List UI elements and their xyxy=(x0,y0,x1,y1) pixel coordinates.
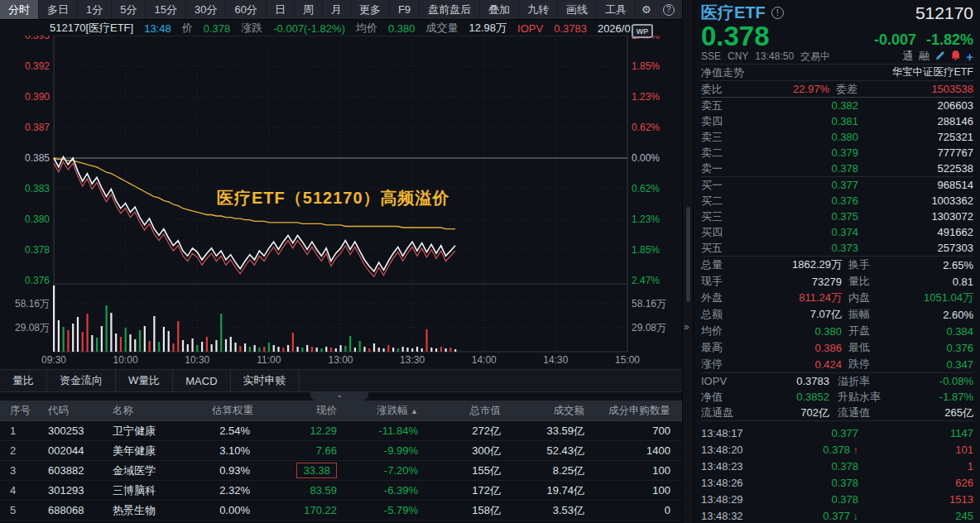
tick-row-6[interactable]: 13:48:320.377 ↓245 xyxy=(701,507,973,523)
tab-4[interactable]: MACD xyxy=(173,370,230,391)
toolbar-tool-2[interactable]: 盘前盘后 xyxy=(420,0,480,19)
tick-up-arrow-icon: ↑ xyxy=(850,444,858,456)
tick-price: 0.378 xyxy=(766,460,858,473)
tool-buttons: F9盘前盘后叠加九转画线工具 xyxy=(390,0,636,19)
bid-label: 买四 xyxy=(701,225,751,240)
col-header-2[interactable]: 代码 xyxy=(38,404,103,418)
indicator-tabbar: 量比资金流向W量比MACD实时申赎 xyxy=(0,369,682,392)
iopv-label: 流通值 xyxy=(829,405,908,420)
help-icon[interactable]: ? xyxy=(657,0,680,19)
col-header-3[interactable]: 名称 xyxy=(103,404,202,418)
cell-r3-c4: 0.93% xyxy=(202,464,260,477)
x-axis-label: 10:00 xyxy=(113,354,138,366)
tab-3[interactable]: W量比 xyxy=(116,370,173,391)
bid-row-5: 买五0.373257303 xyxy=(701,240,973,256)
expand-panel-icon[interactable]: » xyxy=(684,321,689,333)
ask-volume: 725321 xyxy=(858,131,973,143)
tick-row-1[interactable]: 13:48:170.3771147 xyxy=(701,425,973,441)
col-header-8[interactable]: 成交额 xyxy=(511,404,594,418)
collapse-handle[interactable]: ⌄ xyxy=(310,392,368,401)
cell-r1-c5: 12.29 xyxy=(260,425,347,437)
toolbar-period-5[interactable]: 15分 xyxy=(146,0,185,19)
intraday-chart[interactable]: 09:3010:0010:3011:0013:0013:3014:0014:30… xyxy=(0,36,682,367)
toolbar-period-4[interactable]: 5分 xyxy=(112,0,146,19)
volume-axis-label: 58.16万 xyxy=(632,298,666,309)
ask-price: 0.381 xyxy=(751,115,858,127)
quote-panel: 医疗ETF ! 512170 0.378 -0.007 -1.82% SSE C… xyxy=(694,0,980,523)
add-watchlist-icon[interactable]: + xyxy=(966,50,973,64)
toolbar-period-8[interactable]: 日 xyxy=(267,0,295,19)
col-header-5[interactable]: 现价 xyxy=(260,404,347,418)
stat-label: 涨停 xyxy=(701,357,747,372)
col-header-9[interactable]: 成分申购数量 xyxy=(594,404,680,418)
toolbar-tool-6[interactable]: 工具 xyxy=(597,0,636,19)
table-row[interactable]: 3603882金域医学0.93%33.38-7.20%155亿8.25亿100 xyxy=(0,461,682,481)
help-question-glyph: ? xyxy=(663,4,675,16)
toolbar-period-6[interactable]: 30分 xyxy=(186,0,226,19)
weicha-label: 委差 xyxy=(829,82,875,97)
stat-row-7: 涨停0.424跌停0.347 xyxy=(701,356,973,372)
toolbar-tool-4[interactable]: 九转 xyxy=(519,0,558,19)
chart-header-field-4: 0.378 xyxy=(204,22,231,35)
iopv-value: 0.3783 xyxy=(759,375,829,387)
tab-5[interactable]: 实时申赎 xyxy=(231,370,300,391)
toolbar-period-10[interactable]: 月 xyxy=(323,0,351,19)
cell-r4-c6: -6.39% xyxy=(347,484,428,497)
bid-row-1: 买一0.377968514 xyxy=(701,177,973,193)
cell-r5-c3: 热景生物 xyxy=(103,503,202,518)
settings-gear-icon[interactable]: ⚙ xyxy=(636,0,657,19)
col-header-6[interactable]: 涨跌幅▲ xyxy=(347,404,428,418)
info-icon[interactable]: ! xyxy=(771,7,784,19)
flag-tong: 通 xyxy=(902,49,913,64)
table-row[interactable]: 5688068热景生物0.00%170.22-5.79%158亿3.53亿0 xyxy=(0,501,682,521)
stat-label: 开盘 xyxy=(842,324,891,338)
col-header-4[interactable]: 估算权重 xyxy=(202,404,260,418)
tab-2[interactable]: 资金流向 xyxy=(47,370,116,391)
bid-price: 0.374 xyxy=(751,226,858,238)
toolbar-tool-5[interactable]: 画线 xyxy=(558,0,597,19)
table-row[interactable]: 4301293三博脑科2.32%83.59-6.39%172亿19.74亿100 xyxy=(0,481,682,501)
cell-r5-c8: 3.53亿 xyxy=(511,503,594,518)
col-header-7[interactable]: 总市值 xyxy=(428,404,511,418)
toolbar-period-3[interactable]: 1分 xyxy=(78,0,112,19)
tick-row-2[interactable]: 13:48:200.378 ↑101 xyxy=(701,441,973,458)
toolbar-tool-1[interactable]: F9 xyxy=(390,0,420,19)
stat-label: 现手 xyxy=(701,274,747,289)
tab-1[interactable]: 量比 xyxy=(0,370,47,391)
toolbar-tool-3[interactable]: 叠加 xyxy=(480,0,519,19)
table-row[interactable]: 1300253卫宁健康2.54%12.29-11.84%272亿33.59亿70… xyxy=(0,421,682,441)
stat-row-4: 总额7.07亿振幅2.60% xyxy=(701,306,973,323)
tick-list[interactable]: 13:48:170.377114713:48:200.378 ↑10113:48… xyxy=(701,425,973,523)
tick-row-3[interactable]: 13:48:230.3781 xyxy=(701,458,973,474)
stat-value: 0.380 xyxy=(747,325,842,338)
cell-r1-c3: 卫宁健康 xyxy=(103,424,202,439)
bid-volume: 1003362 xyxy=(858,194,973,207)
splitter-scrollbar-thumb[interactable] xyxy=(686,207,690,302)
bid-label: 买三 xyxy=(701,209,751,224)
toolbar-period-11[interactable]: 更多 xyxy=(351,0,390,19)
price-axis-label: 0.385 xyxy=(25,152,50,164)
toolbar-period-1[interactable]: 分时 xyxy=(0,0,39,19)
panel-splitter[interactable]: » xyxy=(682,0,694,523)
sort-ascending-icon: ▲ xyxy=(411,407,418,415)
col-header-1[interactable]: 序号 xyxy=(0,404,38,418)
nav-trend-link[interactable]: 净值走势 xyxy=(701,65,744,80)
toolbar-period-9[interactable]: 周 xyxy=(295,0,323,19)
ask-row-2: 卖四0.381288146 xyxy=(701,113,973,129)
chart-header-field-10: 12.98万 xyxy=(469,21,507,36)
ask-row-4: 卖二0.379777767 xyxy=(701,145,973,161)
chart-header-field-3: 价 xyxy=(182,21,193,36)
toolbar-period-2[interactable]: 多日 xyxy=(39,0,78,19)
tick-row-5[interactable]: 13:48:290.3781513 xyxy=(701,491,973,507)
table-row[interactable]: 2002044美年健康3.10%7.66-9.99%300亿52.43亿1400 xyxy=(0,441,682,461)
volume-axis-label: 29.08万 xyxy=(632,322,666,333)
stat-value: 0.376 xyxy=(891,342,973,354)
toolbar-period-7[interactable]: 60分 xyxy=(226,0,266,19)
iopv-label: IOPV xyxy=(701,375,759,387)
tick-row-4[interactable]: 13:48:260.378626 xyxy=(701,474,973,491)
price-axis-label: 0.395 xyxy=(25,36,50,41)
table-header-row: 序号代码名称估算权重现价涨跌幅▲总市值成交额成分申购数量 xyxy=(0,401,682,421)
edit-pencil-icon[interactable] xyxy=(935,50,945,63)
alert-bell-icon[interactable] xyxy=(951,50,960,63)
bid-price: 0.376 xyxy=(751,194,858,207)
